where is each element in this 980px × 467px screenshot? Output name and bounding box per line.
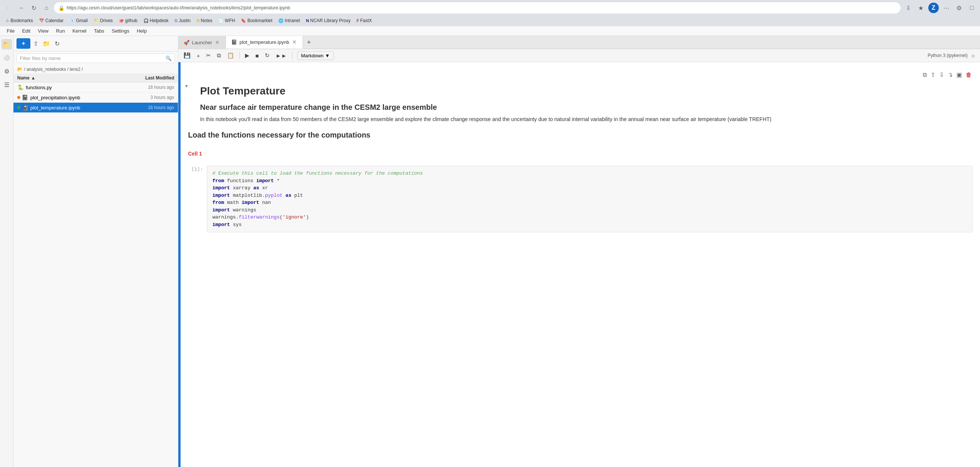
file-toolbar: + ⇧ 📁 ↻ bbox=[13, 36, 178, 51]
maximize-button[interactable]: □ bbox=[967, 3, 977, 13]
file-panel: + ⇧ 📁 ↻ 🔍 📂 / analysis_notebooks / lens2… bbox=[13, 36, 178, 467]
download-button[interactable]: ⇩ bbox=[903, 3, 913, 13]
search-box[interactable]: 🔍 bbox=[16, 54, 175, 63]
bookmark-label: WFH bbox=[225, 18, 235, 23]
add-cell-button[interactable]: + bbox=[194, 51, 202, 61]
file-list: 🐍 functions.py 16 hours ago 📓 plot_preci… bbox=[13, 83, 178, 467]
menu-file[interactable]: File bbox=[3, 26, 18, 36]
kernel-status-button[interactable]: ○ bbox=[969, 51, 977, 61]
new-folder-button[interactable]: 📁 bbox=[41, 38, 52, 49]
paste-button[interactable]: 📋 bbox=[225, 51, 236, 61]
collapse-button[interactable]: ▼ bbox=[181, 81, 192, 91]
sidebar-icon-files[interactable]: 📁 bbox=[2, 39, 12, 49]
refresh-button[interactable]: ↻ bbox=[29, 3, 39, 13]
bookmark-bookmarklet[interactable]: 🔖 Bookmarklet bbox=[238, 17, 275, 24]
tab-close-temperature[interactable]: ✕ bbox=[291, 39, 298, 45]
cut-button[interactable]: ✂ bbox=[204, 51, 213, 61]
file-row-functions[interactable]: 🐍 functions.py 16 hours ago bbox=[13, 83, 178, 92]
menu-view[interactable]: View bbox=[34, 26, 52, 36]
gmail-icon: 📧 bbox=[70, 18, 75, 23]
bookmark-justin[interactable]: G Justin bbox=[172, 17, 193, 24]
menu-tabs[interactable]: Tabs bbox=[90, 26, 108, 36]
code-block[interactable]: # Execute this cell to load the function… bbox=[207, 166, 972, 233]
new-button[interactable]: + bbox=[16, 38, 30, 49]
menu-bar: File Edit View Run Kernel Tabs Settings … bbox=[0, 26, 980, 36]
bookmark-fastx[interactable]: F FastX bbox=[354, 17, 375, 24]
notebook-subtitle: Near surface air temperature change in t… bbox=[200, 103, 972, 112]
bookmarklet-icon: 🔖 bbox=[241, 18, 246, 23]
markdown-cell-container: ▼ Plot Temperature Near surface air temp… bbox=[181, 81, 980, 127]
col-name[interactable]: Name ▲ bbox=[17, 75, 118, 81]
bookmark-github[interactable]: 🐙 github bbox=[116, 17, 140, 24]
delete-cell-button[interactable]: 🗑 bbox=[965, 71, 972, 79]
add-tab-button[interactable]: + bbox=[303, 37, 315, 49]
tab-launcher[interactable]: 🚀 Launcher ✕ bbox=[178, 37, 226, 48]
menu-settings[interactable]: Settings bbox=[108, 26, 133, 36]
run-button[interactable]: ▶ bbox=[243, 51, 252, 61]
bookmark-drives[interactable]: 📁 Drives bbox=[91, 17, 115, 24]
sidebar-icon-git[interactable]: ⚪ bbox=[2, 53, 12, 63]
file-modified: 3 hours ago bbox=[118, 95, 174, 100]
move-up-button[interactable]: ⇧ bbox=[930, 70, 936, 79]
move-down-button[interactable]: ⇩ bbox=[939, 70, 945, 79]
bookmark-calendar[interactable]: 📅 Calendar bbox=[37, 17, 66, 24]
calendar-icon: 📅 bbox=[39, 18, 44, 23]
notebook-description: In this notebook you'll read in data fro… bbox=[200, 115, 972, 123]
bookmark-label: github bbox=[125, 18, 137, 23]
notebook-scroll: ⧉ ⇧ ⇩ ↴ ▣ 🗑 ▼ Plot Temperature Near surf… bbox=[178, 62, 980, 467]
more-cell-options[interactable]: ▣ bbox=[956, 70, 963, 79]
run-all-button[interactable]: ►► bbox=[274, 51, 289, 61]
profile-button[interactable]: Z bbox=[928, 3, 939, 13]
dot-indicator-green bbox=[17, 106, 20, 109]
kernel-mode-selector[interactable]: Markdown ▼ bbox=[297, 51, 334, 60]
menu-run[interactable]: Run bbox=[52, 26, 68, 36]
puzzle-button[interactable]: ⚙ bbox=[954, 3, 964, 13]
bookmark-button[interactable]: ★ bbox=[916, 3, 926, 13]
menu-kernel[interactable]: Kernel bbox=[68, 26, 90, 36]
back-button[interactable]: ← bbox=[3, 3, 13, 13]
file-row-temperature[interactable]: 📓 plot_temperature.ipynb 16 hours ago bbox=[13, 103, 178, 113]
notebook-title: Plot Temperature bbox=[200, 85, 972, 97]
stop-button[interactable]: ■ bbox=[253, 51, 261, 61]
refresh-files-button[interactable]: ↻ bbox=[53, 38, 61, 49]
tab-temperature[interactable]: 📓 plot_temperature.ipynb ✕ bbox=[226, 36, 303, 49]
sidebar-icon-extensions[interactable]: ⚙ bbox=[2, 66, 12, 77]
bookmark-ncar[interactable]: N NCAR Library Proxy bbox=[304, 17, 353, 24]
search-input[interactable] bbox=[20, 56, 165, 61]
cell-number: [1]: bbox=[188, 166, 203, 172]
sort-icon: ▲ bbox=[31, 75, 36, 81]
tab-bar: 🚀 Launcher ✕ 📓 plot_temperature.ipynb ✕ … bbox=[178, 36, 980, 49]
copy-button[interactable]: ⧉ bbox=[215, 51, 223, 61]
extensions-button[interactable]: ⋯ bbox=[941, 3, 951, 13]
address-bar[interactable]: 🔒 https://agu.cesm.cloud/user/guest1/lab… bbox=[54, 2, 900, 13]
section2-heading: Load the functions necessary for the com… bbox=[188, 131, 972, 139]
restart-button[interactable]: ↻ bbox=[262, 51, 272, 61]
notebook-tab-icon: 📓 bbox=[231, 39, 237, 45]
copy-cell-button[interactable]: ⧉ bbox=[922, 71, 928, 79]
menu-edit[interactable]: Edit bbox=[18, 26, 34, 36]
menu-help[interactable]: Help bbox=[133, 26, 151, 36]
file-row-precipitation[interactable]: 📓 plot_precipitation.ipynb 3 hours ago bbox=[13, 92, 178, 103]
bookmark-notes[interactable]: N Notes bbox=[194, 17, 215, 24]
bookmarks-icon: ☆ bbox=[6, 18, 10, 23]
code-line-1: from functions import * bbox=[212, 177, 967, 185]
bookmark-label: Gmail bbox=[76, 18, 88, 23]
bookmark-helpdesk[interactable]: 🎧 Helpdesk bbox=[141, 17, 171, 24]
tab-close-launcher[interactable]: ✕ bbox=[214, 39, 220, 45]
notebook-icon-temp: 📓 bbox=[22, 105, 28, 111]
forward-button[interactable]: → bbox=[16, 3, 26, 13]
sidebar-icon-table[interactable]: ☰ bbox=[2, 80, 12, 90]
cell-toolbar-right: ⧉ ⇧ ⇩ ↴ ▣ 🗑 bbox=[181, 70, 980, 80]
home-button[interactable]: ⌂ bbox=[41, 3, 52, 13]
wfh-icon: 📄 bbox=[218, 18, 224, 23]
bookmark-gmail[interactable]: 📧 Gmail bbox=[67, 17, 90, 24]
tab-label: Launcher bbox=[192, 40, 212, 45]
download-cell-button[interactable]: ↴ bbox=[947, 70, 953, 79]
bookmark-wfh[interactable]: 📄 WFH bbox=[216, 17, 237, 24]
bookmark-intranet[interactable]: 🌐 Intranet bbox=[276, 17, 303, 24]
file-modified: 16 hours ago bbox=[118, 105, 174, 110]
upload-button[interactable]: ⇧ bbox=[32, 38, 40, 49]
bookmark-bookmarks[interactable]: ☆ Bookmarks bbox=[3, 17, 36, 24]
toolbar-divider-1 bbox=[239, 52, 240, 59]
save-button[interactable]: 💾 bbox=[181, 51, 193, 61]
